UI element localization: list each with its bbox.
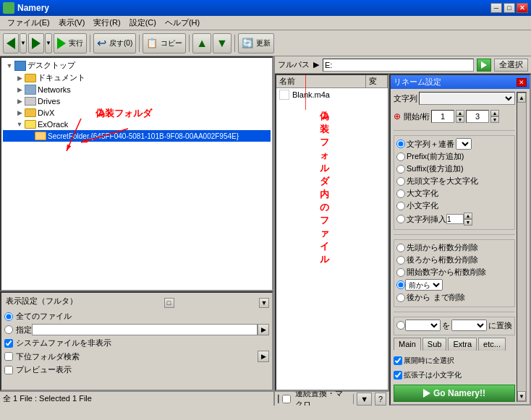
down-button[interactable]: ▼ [213,33,231,53]
rename-digit-input[interactable] [466,110,489,123]
rename-del-radio-1[interactable] [396,256,405,265]
rename-del-radio-to[interactable] [396,293,405,302]
maximize-button[interactable]: □ [504,3,515,13]
rename-del-radio-2[interactable] [396,268,405,277]
tree-item-desktop[interactable]: ▼ デスクトップ [3,59,271,72]
rename-opt-radio-1[interactable] [396,153,405,161]
tab-extra[interactable]: Extra [448,338,477,351]
rename-del-label-0: 先頭から桁数分削除 [407,242,478,253]
expand-documents-icon[interactable]: ▶ [14,73,25,83]
minimize-button[interactable]: ─ [490,3,502,13]
copy-button[interactable]: 📋 コピー [143,33,186,53]
file-list-area[interactable]: 名前 変 Blank.m4a [275,74,389,391]
back-button[interactable] [3,33,19,53]
rename-digit-down[interactable]: ▼ [490,116,499,123]
rename-close-button[interactable]: ✕ [517,78,527,87]
go-namery-button[interactable]: Go Namery!! [394,385,515,402]
horizontal-scrollbar[interactable] [278,395,279,403]
rename-insert-up[interactable]: ▲ [464,213,472,219]
rename-opt-select-0[interactable] [456,138,472,150]
rename-replace-radio[interactable] [396,321,405,330]
tree-item-drives[interactable]: ▶ Drives [3,95,271,107]
rename-check-ext-checkbox[interactable] [394,371,402,380]
forward-dropdown[interactable]: ▼ [45,33,52,53]
rename-replace-from-select[interactable] [405,320,441,331]
expand-desktop-icon[interactable]: ▼ [4,61,14,71]
rename-replace-row: を に置換 [396,320,512,331]
up-button[interactable]: ▲ [192,33,211,53]
expand-networks-icon[interactable]: ▶ [14,85,25,95]
rename-opt-radio-6[interactable] [396,215,405,223]
menu-run[interactable]: 実行(R) [89,16,124,30]
filter-subfolder-expand[interactable]: ▶ [258,351,269,362]
rename-insert-down[interactable]: ▼ [464,219,472,226]
expand-exorack-icon[interactable]: ▼ [14,119,25,129]
filter-corner-button[interactable]: □ [164,298,174,308]
forward-arrow-icon [32,38,41,49]
select-all-button[interactable]: 全選択 [494,59,528,72]
tree-label-documents: ドキュメント [38,72,85,83]
rename-del-from-select[interactable]: 前から [405,279,443,291]
rename-opt-radio-4[interactable] [396,189,405,198]
close-button[interactable]: ✕ [517,3,528,13]
menu-settings[interactable]: 設定(C) [125,16,161,30]
tab-main[interactable]: Main [394,338,421,351]
menu-view[interactable]: 表示(V) [54,16,90,30]
toolbar-divider-4 [234,35,235,52]
refresh-button[interactable]: 🔄 更新 [238,33,274,53]
undo-button[interactable]: ↩ 戻す(0) [93,33,136,53]
scroll-up-arrow[interactable]: ▲ [517,93,526,103]
forward-button[interactable] [28,33,44,53]
tree-item-documents[interactable]: ▶ ドキュメント [3,72,271,84]
tree-item-exorack[interactable]: ▼ ExOrack [3,119,271,130]
tree-area[interactable]: ▼ デスクトップ ▶ ドキュメント ▶ Networks ▶ Drives [0,56,273,291]
expand-secretfolder-icon[interactable] [25,131,35,141]
continuous-checkbox[interactable] [282,395,291,403]
tab-sub[interactable]: Sub [422,338,447,351]
rename-check-expand-label: 展開時に全選択 [404,356,454,366]
rename-scrollbar[interactable]: ▲ ▼ [517,92,527,402]
tree-item-secretfolder[interactable]: SecretFolder.{645FF040-5081-101B-9F08-00… [3,130,271,142]
rename-opt-radio-5[interactable] [396,202,405,210]
rename-replace-to-select[interactable] [451,320,487,331]
tree-item-networks[interactable]: ▶ Networks [3,84,271,95]
help-button[interactable]: ? [375,393,386,406]
tab-etc[interactable]: etc... [478,338,506,351]
back-dropdown[interactable]: ▼ [20,33,27,53]
filter-hide-system-checkbox[interactable] [4,339,13,348]
tree-label-divx: DivX [38,108,54,117]
scroll-down-arrow[interactable]: ▼ [517,391,526,401]
menu-file[interactable]: ファイル(E) [3,16,54,30]
filter-subfolder-checkbox[interactable] [4,352,13,361]
rename-delete-group: 先頭から桁数分削除 後ろから桁数分削除 開始数字から桁数削除 [394,239,515,307]
rename-del-radio-from[interactable] [396,280,405,289]
filter-all-radio[interactable] [4,312,13,321]
rename-start-down[interactable]: ▼ [456,116,464,123]
filter-specified-expand[interactable]: ▶ [258,324,269,335]
rename-start-input[interactable] [431,110,454,123]
rename-del-label-1: 後ろから桁数分削除 [407,254,478,265]
expand-divx-icon[interactable]: ▶ [14,108,25,118]
path-navigate-button[interactable] [477,59,491,72]
rename-start-up[interactable]: ▲ [456,110,464,116]
rename-insert-input[interactable] [446,214,464,224]
rename-check-expand-checkbox[interactable] [394,356,402,365]
run-button[interactable]: 実行 [54,33,87,53]
filter-preview-row: プレビュー表示 [4,364,269,375]
rename-string-select[interactable] [419,92,515,105]
menu-help[interactable]: ヘルプ(H) [161,16,204,30]
expand-drives-icon[interactable]: ▶ [14,96,25,106]
filter-expand-button[interactable]: ▼ [259,298,269,308]
toolbar-divider-1 [90,35,90,52]
rename-opt-radio-2[interactable] [396,165,405,173]
rename-digit-up[interactable]: ▲ [490,110,499,116]
rename-opt-radio-0[interactable] [396,140,405,148]
filter-specified-radio[interactable] [4,325,13,334]
rename-del-radio-0[interactable] [396,244,405,252]
path-input[interactable] [323,59,474,72]
rename-opt-radio-3[interactable] [396,177,405,186]
filter-specified-input[interactable] [32,324,258,335]
filter-preview-checkbox[interactable] [4,366,13,374]
tree-label-desktop: デスクトップ [27,60,75,71]
macro-button[interactable]: ▼ [357,393,372,406]
